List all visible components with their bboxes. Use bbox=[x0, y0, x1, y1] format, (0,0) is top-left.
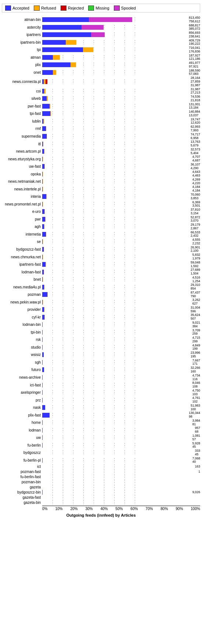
grid-line bbox=[94, 390, 94, 395]
grid-line bbox=[104, 262, 104, 267]
bar-value-labels: 6,3693,501 bbox=[192, 201, 200, 208]
bar-row: interia70,0603,853 bbox=[2, 193, 200, 200]
grid-line bbox=[53, 239, 53, 244]
bar-value-labels: 130,34498 bbox=[188, 411, 200, 419]
row-label: lodman bbox=[2, 428, 42, 432]
grid-line bbox=[114, 55, 115, 60]
row-label: pozman-fast bbox=[2, 470, 42, 474]
bar-segments bbox=[42, 217, 190, 222]
grid-line bbox=[83, 345, 84, 350]
grid-line bbox=[63, 485, 63, 490]
grid-line bbox=[73, 360, 73, 365]
bar-segments bbox=[42, 255, 192, 259]
bar-segments bbox=[42, 428, 194, 433]
bar-segment-accepted bbox=[42, 25, 82, 30]
grid-line bbox=[104, 474, 104, 479]
bar-segments bbox=[42, 367, 190, 372]
grid-line bbox=[114, 428, 115, 433]
grid-line bbox=[104, 194, 104, 199]
grid-line bbox=[94, 345, 94, 350]
grid-line bbox=[83, 485, 84, 490]
grid-line bbox=[135, 469, 135, 474]
grid-line bbox=[104, 164, 104, 169]
grid-line bbox=[53, 292, 53, 297]
grid-line bbox=[104, 270, 104, 274]
grid-wrapper: atman-bin813,450758,612astercity688,8173… bbox=[2, 16, 200, 505]
bar-segments bbox=[42, 232, 190, 237]
bar-value-labels: 4,750103 bbox=[192, 389, 200, 396]
grid-line bbox=[135, 474, 135, 479]
grid-line bbox=[53, 111, 53, 116]
grid-line bbox=[63, 164, 63, 169]
grid-line bbox=[73, 217, 73, 222]
grid-line bbox=[135, 126, 135, 131]
bar-row: silveb74,53621,818 bbox=[2, 95, 200, 102]
bar-value-labels: 409,729190,222 bbox=[188, 39, 200, 46]
bar-segment-accepted bbox=[42, 70, 53, 75]
bar-segments bbox=[42, 450, 194, 455]
row-label: news.chmurka.net bbox=[2, 255, 42, 259]
grid-line bbox=[114, 224, 115, 229]
bar-segments bbox=[42, 164, 190, 169]
bar-segments bbox=[42, 292, 190, 297]
bar-segment-refused bbox=[47, 134, 47, 139]
grid-line bbox=[125, 390, 125, 395]
bar-row: gazeta-fast bbox=[2, 495, 200, 500]
grid-line bbox=[125, 375, 125, 380]
grid-line bbox=[63, 232, 63, 237]
bar-row: e-uro37,8103,154 bbox=[2, 208, 200, 215]
grid-line bbox=[83, 70, 84, 75]
grid-line bbox=[104, 217, 104, 222]
grid-line bbox=[125, 119, 125, 124]
grid-line bbox=[83, 224, 84, 229]
bar-value-labels: 4,7074,687 bbox=[192, 155, 200, 163]
bar-segment-accepted bbox=[42, 292, 47, 297]
grid-line bbox=[135, 104, 135, 109]
grid-line bbox=[83, 367, 84, 372]
row-label: plix-fast bbox=[2, 413, 42, 417]
grid-line bbox=[104, 224, 104, 229]
grid-line bbox=[114, 194, 115, 199]
grid-line bbox=[83, 315, 84, 320]
grid-line bbox=[135, 62, 135, 67]
grid-line bbox=[94, 360, 94, 365]
grid-line bbox=[53, 270, 53, 274]
bar-value-labels: 29,1792,867 bbox=[190, 223, 200, 230]
grid-line bbox=[125, 485, 125, 490]
grid-line bbox=[135, 179, 135, 184]
grid-line bbox=[53, 413, 53, 418]
grid-line bbox=[135, 40, 135, 45]
grid-line bbox=[104, 469, 104, 474]
grid-line bbox=[135, 172, 135, 177]
grid-line bbox=[135, 119, 135, 124]
bar-value-labels: 187,927121,186 bbox=[188, 54, 200, 61]
grid-line bbox=[83, 247, 84, 252]
grid-line bbox=[63, 383, 63, 388]
grid-line bbox=[135, 383, 135, 388]
legend-item-missing: Missing bbox=[88, 6, 109, 11]
grid-line bbox=[104, 485, 104, 490]
grid-line bbox=[125, 224, 125, 229]
bar-row: ipartners-fast59,0481,592 bbox=[2, 261, 200, 268]
grid-line bbox=[125, 164, 125, 169]
bar-segment-refused bbox=[43, 172, 43, 177]
grid-line bbox=[94, 330, 94, 335]
bar-row: ict-fast8,046108 bbox=[2, 381, 200, 389]
row-label: pozman-bin bbox=[2, 480, 42, 484]
grid-line bbox=[94, 450, 94, 455]
grid-line bbox=[73, 239, 73, 244]
grid-line bbox=[104, 375, 104, 380]
bar-segments bbox=[42, 360, 192, 365]
bar-value-labels: 59,0481,592 bbox=[190, 261, 200, 268]
grid-line bbox=[135, 300, 135, 305]
bar-segment-accepted bbox=[42, 458, 43, 463]
grid-line bbox=[94, 352, 94, 357]
bar-row: supermedia74,7176,958 bbox=[2, 133, 200, 140]
grid-line bbox=[114, 255, 115, 259]
grid-line bbox=[83, 262, 84, 267]
row-label: interia bbox=[2, 194, 42, 199]
grid-line bbox=[104, 179, 104, 184]
grid-line bbox=[53, 480, 53, 484]
bar-segments bbox=[42, 383, 192, 388]
bar-segment-refused bbox=[43, 119, 44, 124]
